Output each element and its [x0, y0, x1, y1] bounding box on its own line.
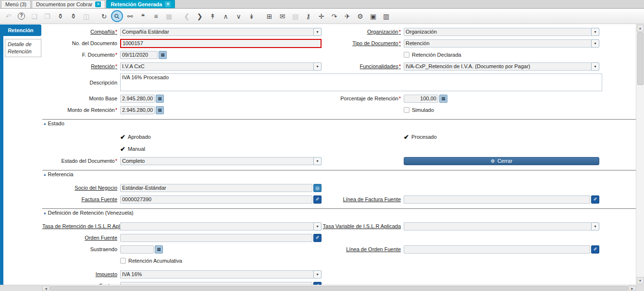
orden-fuente-input[interactable]	[120, 234, 312, 242]
estado-documento-input[interactable]	[120, 157, 313, 165]
chevron-down-icon[interactable]: ▾	[591, 222, 599, 230]
group-estado-header[interactable]: ▴ Estado	[42, 120, 636, 127]
zoom-across-icon[interactable]: ✛	[316, 11, 327, 22]
vertical-scrollbar[interactable]: ▲ ▼	[636, 24, 644, 285]
refresh-icon[interactable]: ↻	[99, 11, 110, 22]
close-icon[interactable]: ✕	[95, 1, 101, 7]
label-linea-factura-fuente[interactable]: Línea de Factura Fuente	[322, 196, 404, 202]
label-linea-orden-fuente[interactable]: Línea de Orden Fuente	[322, 246, 404, 252]
aprobado-checkbox[interactable]: ✔	[120, 134, 125, 140]
group-referencia-header[interactable]: ▴ Referencia	[42, 170, 636, 178]
mail-icon[interactable]: ✉	[277, 11, 288, 22]
calculator-icon[interactable]: ▦	[156, 106, 164, 114]
tab-documentos-por-cobrar[interactable]: Documentos por Cobrar ✕	[32, 0, 105, 8]
simulado-checkbox[interactable]	[404, 107, 409, 113]
menu-lines-icon[interactable]: ≡	[150, 11, 161, 22]
tab-menu[interactable]: Menú (3)	[1, 0, 31, 8]
new-record-icon[interactable]: ❏	[29, 11, 40, 22]
calendar-icon[interactable]: ▦	[159, 51, 167, 59]
delete-selection-icon[interactable]: ⚱	[68, 11, 79, 22]
label-factura-fuente[interactable]: Factura Fuente	[42, 196, 120, 202]
tab-retencion-generada[interactable]: Retención Generada ✕	[106, 0, 175, 8]
vertical-scrollbar-thumb[interactable]	[637, 32, 644, 85]
label-compania[interactable]: Compañía	[42, 29, 120, 35]
find-icon[interactable]: ⚲	[111, 11, 123, 22]
funcionalidades-input[interactable]	[404, 62, 591, 71]
monto-retencion-input[interactable]	[120, 106, 155, 114]
sustraendo-input[interactable]	[120, 245, 154, 254]
chevron-down-icon[interactable]: ▾	[313, 157, 322, 165]
chevron-down-icon[interactable]: ▾	[313, 62, 322, 71]
calculator-icon[interactable]: ▦	[439, 95, 447, 103]
tipo-documento-input[interactable]	[404, 39, 591, 48]
scroll-left-icon[interactable]: ◀	[42, 286, 50, 291]
undo-icon[interactable]: ↶	[3, 11, 14, 22]
request-icon[interactable]: ↷	[329, 11, 340, 22]
last-record-icon[interactable]: ↡	[246, 11, 257, 22]
calculator-icon[interactable]: ▦	[156, 95, 164, 103]
attachment-icon[interactable]: ⚯	[124, 11, 136, 22]
chevron-down-icon[interactable]: ▾	[313, 28, 322, 36]
chevron-down-icon[interactable]: ▾	[591, 39, 599, 48]
tasa-variable-islr-input[interactable]	[404, 222, 591, 230]
manual-checkbox[interactable]: ✔	[120, 146, 125, 152]
process-gear-icon[interactable]: ⚙	[355, 11, 366, 22]
sidebar-tab-detalle-retencion[interactable]: Detalle de Retención	[5, 39, 41, 57]
label-impuesto[interactable]: Impuesto	[42, 271, 120, 277]
record-lookup-icon[interactable]: ✐	[313, 195, 322, 204]
detail-record-icon[interactable]: ❯	[194, 11, 205, 22]
chat-icon[interactable]: ❝	[137, 11, 149, 22]
share-icon[interactable]: ✈	[342, 11, 353, 22]
calculator-icon[interactable]: ▦	[155, 245, 163, 254]
first-record-icon[interactable]: ↟	[207, 11, 218, 22]
window-report-icon[interactable]: ▥	[381, 11, 392, 22]
record-lookup-icon[interactable]: ✐	[313, 234, 322, 242]
label-socio-negocio[interactable]: Socio del Negocio	[42, 185, 120, 191]
no-documento-input[interactable]	[121, 40, 321, 47]
group-definicion-header[interactable]: ▴ Definición de Retención (Venezuela)	[42, 209, 636, 217]
horizontal-scrollbar[interactable]: ◀ ▶	[0, 285, 644, 291]
impuesto-input[interactable]	[120, 270, 313, 279]
sidebar-tab-retencion[interactable]: Retención	[0, 24, 41, 36]
socio-negocio-input[interactable]	[120, 184, 312, 192]
linea-factura-fuente-input[interactable]	[404, 195, 590, 204]
label-tipo-documento[interactable]: Tipo de Documento	[322, 40, 404, 46]
delete-record-icon[interactable]: ⚱	[55, 11, 66, 22]
label-orden-fuente[interactable]: Orden Fuente	[42, 235, 120, 241]
f-documento-input[interactable]	[120, 51, 158, 59]
record-lookup-icon[interactable]: ✐	[591, 195, 599, 204]
linea-orden-fuente-input[interactable]	[404, 245, 590, 254]
chevron-down-icon[interactable]: ▾	[591, 62, 599, 71]
print-icon[interactable]: ▤	[290, 11, 301, 22]
business-partner-lookup-icon[interactable]: ◎	[313, 184, 322, 192]
label-organizacion[interactable]: Organización	[322, 29, 404, 35]
copy-record-icon[interactable]: ❐	[42, 11, 53, 22]
scroll-down-icon[interactable]: ▼	[637, 277, 644, 284]
procesado-checkbox[interactable]: ✔	[404, 134, 409, 140]
retencion-acumulativa-checkbox[interactable]	[120, 258, 126, 264]
chevron-down-icon[interactable]: ▾	[313, 222, 322, 230]
scroll-right-icon[interactable]: ▶	[629, 286, 636, 291]
next-record-icon[interactable]: ∨	[233, 11, 244, 22]
label-funcionalidades[interactable]: Funcionalidades	[322, 63, 404, 69]
grid-toggle-icon[interactable]: ▦	[163, 11, 174, 22]
parent-record-icon[interactable]: ❮	[181, 11, 192, 22]
retencion-input[interactable]	[120, 62, 313, 71]
tasa-islr-input[interactable]	[120, 222, 313, 230]
retencion-declarada-checkbox[interactable]	[404, 52, 409, 58]
compania-input[interactable]	[120, 28, 313, 36]
cerrar-button[interactable]: ⚙ Cerrar	[404, 157, 599, 165]
scroll-up-icon[interactable]: ▲	[637, 24, 644, 32]
record-lookup-icon[interactable]: ✐	[591, 245, 599, 254]
previous-record-icon[interactable]: ∧	[220, 11, 231, 22]
save-icon[interactable]: ◫	[81, 11, 92, 22]
help-icon[interactable]: ?	[16, 11, 27, 22]
workflow-icon[interactable]: ▣	[368, 11, 379, 22]
lock-icon[interactable]: ⚷	[303, 11, 314, 22]
label-tasa-variable-islr[interactable]: Tasa Variable de I.S.L.R Aplicada	[322, 223, 404, 229]
chevron-down-icon[interactable]: ▾	[313, 270, 322, 279]
monto-base-input[interactable]	[120, 95, 155, 103]
close-icon[interactable]: ✕	[165, 1, 171, 7]
horizontal-scrollbar-thumb[interactable]	[50, 286, 628, 291]
descripcion-textarea[interactable]: IVA 16% Procesado	[120, 73, 602, 91]
